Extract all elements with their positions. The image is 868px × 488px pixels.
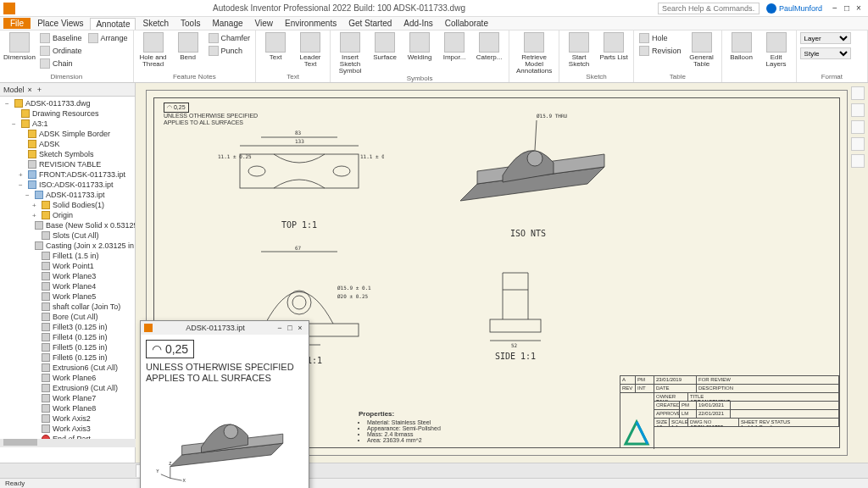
home-view-button[interactable] [851, 86, 865, 100]
retrieve-annotations-button[interactable]: Retrieve Model Annotations [513, 32, 555, 75]
welding-button[interactable]: Welding [403, 32, 436, 61]
chain-button[interactable]: Chain [38, 58, 84, 69]
tab-place-views[interactable]: Place Views [32, 18, 88, 29]
chamfer-button[interactable]: Chamfer [207, 32, 253, 44]
tab-collaborate[interactable]: Collaborate [440, 18, 493, 29]
tree-node[interactable]: −ISO:ADSK-011733.ipt [2, 180, 133, 190]
balloon-button[interactable]: Balloon [726, 32, 758, 61]
orbit-button[interactable] [851, 154, 865, 168]
baseline-button[interactable]: Baseline [38, 32, 84, 44]
close-button[interactable]: × [853, 3, 865, 13]
browser-title: Model [3, 86, 25, 94]
tree-node[interactable]: Fillet6 (0.125 in) [2, 352, 133, 363]
tree-node[interactable]: Work Plane6 [2, 373, 133, 383]
svg-point-9 [527, 151, 542, 166]
style-select[interactable]: Style [800, 47, 851, 59]
arrange-button[interactable]: Arrange [86, 32, 130, 44]
surface-button[interactable]: Surface [369, 32, 401, 61]
browser-add-icon[interactable]: + [37, 86, 42, 94]
user-icon[interactable] [766, 3, 776, 14]
ordinate-button[interactable]: Ordinate [38, 45, 84, 57]
caterpillar-button[interactable]: Caterp... [473, 32, 505, 61]
tree-node[interactable]: Fillet4 (0.125 in) [2, 332, 133, 342]
tab-manage[interactable]: Manage [207, 18, 248, 29]
tree-node[interactable]: −ADSK-011733.ipt [2, 190, 133, 200]
preview-minimize-button[interactable]: − [275, 324, 285, 332]
general-table-button[interactable]: General Table [686, 32, 718, 68]
tab-environments[interactable]: Environments [280, 18, 342, 29]
tab-annotate[interactable]: Annotate [90, 18, 136, 30]
punch-button[interactable]: Punch [207, 45, 253, 57]
dimension-button[interactable]: Dimension [3, 32, 36, 61]
text-button[interactable]: Text [259, 32, 292, 61]
view-iso[interactable]: Ø15.9 THRU ISO NTS [435, 108, 621, 226]
tree-root[interactable]: −ADSK-011733.dwg [2, 98, 133, 108]
tree-node[interactable]: Fillet3 (0.125 in) [2, 322, 133, 332]
tree-node[interactable]: Work Axis2 [2, 413, 133, 424]
tree-node[interactable]: ADSK [2, 139, 133, 149]
preview-maximize-button[interactable]: □ [285, 324, 295, 332]
tree-node[interactable]: +Solid Bodies(1) [2, 200, 133, 210]
tree-node[interactable]: Base (New Solid x 0.53125 in) [2, 220, 133, 230]
zoom-button[interactable] [851, 137, 865, 151]
tab-get-started[interactable]: Get Started [343, 18, 397, 29]
fullnav-button[interactable] [851, 103, 865, 117]
maximize-button[interactable]: □ [841, 3, 853, 13]
tree-node[interactable]: Work Axis3 [2, 424, 133, 434]
tab-tools[interactable]: Tools [175, 18, 205, 29]
tree-node[interactable]: Work Point1 [2, 261, 133, 271]
start-sketch-button[interactable]: Start Sketch [563, 32, 595, 68]
svg-point-25 [224, 425, 238, 440]
revision-button[interactable]: Revision [637, 45, 683, 57]
tree-node[interactable]: Work Plane5 [2, 291, 133, 302]
layer-select[interactable]: Layer [800, 32, 851, 44]
browser-scrollbar[interactable] [0, 439, 136, 447]
tab-sketch[interactable]: Sketch [137, 18, 174, 29]
tree-node[interactable]: shaft collar (Join To) [2, 302, 133, 312]
tree-node[interactable]: Work Plane4 [2, 281, 133, 291]
tree-node[interactable]: Fillet5 (0.125 in) [2, 342, 133, 352]
view-top[interactable]: 133 83 11.1 ± 0.25 11.1 ± 0.25 TOP 1:1 [214, 125, 384, 218]
tree-node[interactable]: Work Plane3 [2, 271, 133, 281]
parts-list-button[interactable]: Parts List [598, 32, 630, 61]
import-button[interactable]: Impor... [438, 32, 470, 61]
app-icon [3, 3, 15, 14]
preview-close-button[interactable]: × [295, 324, 305, 332]
tree-node[interactable]: +Origin [2, 210, 133, 220]
tree-node[interactable]: REVISION TABLE [2, 159, 133, 169]
user-name[interactable]: PaulMunford [779, 4, 822, 13]
file-menu[interactable]: File [3, 18, 31, 29]
browser-tree: −ADSK-011733.dwg Drawing Resources−A3:1A… [0, 97, 135, 446]
part-preview-window[interactable]: ADSK-011733.ipt − □ × ◠ 0,25 UNLESS OTHE… [140, 320, 309, 488]
tree-node[interactable]: Casting (Join x 2.03125 in x -12 de... [2, 241, 133, 251]
minimize-button[interactable]: − [829, 3, 841, 13]
tree-node[interactable]: Work Plane7 [2, 393, 133, 403]
leader-text-button[interactable]: Leader Text [294, 32, 326, 68]
view-side[interactable]: 52 SIDE 1:1 [460, 247, 570, 349]
svg-point-13 [287, 291, 311, 314]
tree-node[interactable]: −A3:1 [2, 119, 133, 129]
hole-thread-button[interactable]: Hole and Thread [137, 32, 170, 68]
tree-node[interactable]: Slots (Cut All) [2, 230, 133, 241]
tree-node[interactable]: Extrusion6 (Cut All) [2, 363, 133, 373]
tree-node[interactable]: ADSK Simple Border [2, 129, 133, 139]
pan-button[interactable] [851, 120, 865, 134]
tree-node[interactable]: Work Plane8 [2, 403, 133, 413]
group-text-label: Text [259, 73, 326, 80]
tree-node[interactable]: +FRONT:ADSK-011733.ipt [2, 169, 133, 180]
browser-close-icon[interactable]: × [28, 86, 32, 94]
tree-node[interactable]: Drawing Resources [2, 108, 133, 119]
tree-node[interactable]: Sketch Symbols [2, 149, 133, 159]
tree-node[interactable]: Fillet1 (1.5 in) [2, 251, 133, 261]
sketch-symbol-button[interactable]: Insert Sketch Symbol [334, 32, 366, 75]
edit-layers-button[interactable]: Edit Layers [760, 32, 793, 68]
tree-node[interactable]: Extrusion9 (Cut All) [2, 383, 133, 393]
group-feature-notes-label: Feature Notes [137, 73, 253, 80]
group-symbols-label: Symbols [334, 75, 505, 82]
help-search-input[interactable] [658, 3, 760, 14]
hole-table-button[interactable]: Hole [637, 32, 683, 44]
bend-button[interactable]: Bend [172, 32, 204, 61]
tree-node[interactable]: Bore (Cut All) [2, 312, 133, 322]
tab-add-ins[interactable]: Add-Ins [398, 18, 437, 29]
tab-view[interactable]: View [250, 18, 279, 29]
